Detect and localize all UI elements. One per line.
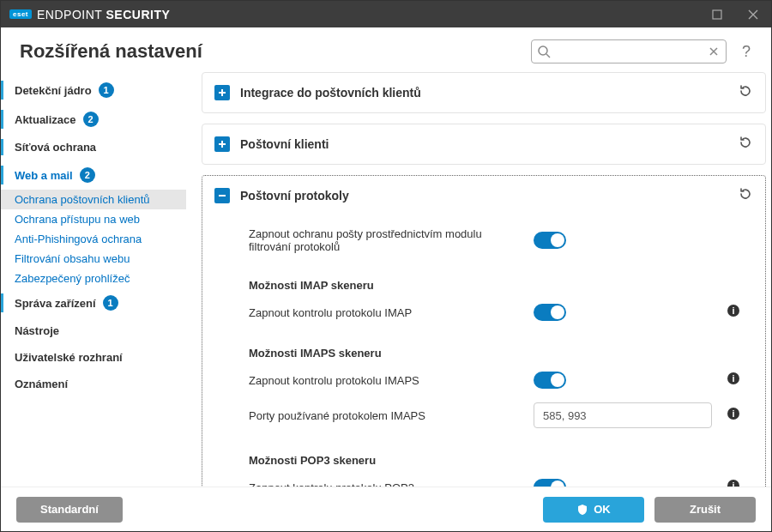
sidebar-item-nastroje[interactable]: Nástroje [1,317,186,344]
reset-icon[interactable] [738,186,753,205]
sidebar-item-detekcni-jadro[interactable]: Detekční jádro1 [1,76,186,105]
sidebar: Detekční jádro1 Aktualizace2 Síťová ochr… [1,72,186,487]
badge: 1 [99,82,114,98]
row-imap-enable: Zapnout kontrolu protokolu IMAP i [249,297,753,328]
sidebar-item-label: Oznámení [15,378,68,390]
close-icon [748,9,758,20]
sidebar-item-label: Aktualizace [15,113,76,126]
logo-badge: eset [9,9,32,19]
sidebar-item-label: Síťová ochrana [15,141,96,154]
collapse-icon [214,188,230,203]
panel-postovni-protokoly: Poštovní protokoly Zapnout ochranu pošty… [202,175,766,487]
toggle-enable-mail-protection[interactable] [534,232,566,249]
imaps-ports-input[interactable] [534,402,712,428]
logo-text-thin: ENDPOINT [37,8,106,21]
sidebar-item-label: Detekční jádro [15,84,92,97]
cancel-button[interactable]: Zrušit [654,497,756,523]
info-icon[interactable]: i [727,304,740,321]
panel-title: Integrace do poštovních klientů [240,86,727,100]
subheading-imap: Možnosti IMAP skeneru [249,260,753,297]
ok-button[interactable]: OK [543,497,644,523]
logo-text-bold: SECURITY [106,8,171,21]
row-label: Zapnout ochranu pošty prostřednictvím mo… [249,227,523,253]
sidebar-item-web-a-mail[interactable]: Web a mail2 [1,160,186,190]
svg-point-1 [539,46,547,55]
toggle-imap[interactable] [534,304,566,321]
content-scroll[interactable]: Integrace do poštovních klientů Poštovní… [186,72,771,487]
shield-icon [576,504,588,516]
logo-text: ENDPOINT SECURITY [37,8,170,21]
row-pop3-enable: Zapnout kontrolu protokolu POP3 i [249,472,753,487]
sidebar-item-label: Zabezpečený prohlížeč [15,272,130,285]
window-maximize-button[interactable] [699,1,735,27]
panel-postovni-klienti: Poštovní klienti [202,124,766,165]
expand-icon [214,136,230,152]
info-icon[interactable]: i [727,372,740,389]
sidebar-item-sitova-ochrana[interactable]: Síťová ochrana [1,134,186,160]
badge: 2 [83,112,99,127]
sidebar-item-label: Anti-Phishingová ochrana [15,233,142,245]
svg-text:i: i [732,481,734,487]
reset-icon[interactable] [738,135,753,154]
page-header: Rozšířená nastavení ? [1,27,771,72]
body: Detekční jádro1 Aktualizace2 Síťová ochr… [1,72,771,487]
page-title: Rozšířená nastavení [20,40,202,63]
panel-body: Zapnout ochranu pošty prostřednictvím mo… [202,215,765,487]
sidebar-item-uzivatelske-rozhrani[interactable]: Uživatelské rozhraní [1,344,186,371]
svg-text:i: i [732,305,734,316]
row-enable-mail-protection: Zapnout ochranu pošty prostřednictvím mo… [249,221,753,260]
app-logo: eset ENDPOINT SECURITY [9,8,170,21]
search-icon [537,45,551,62]
sidebar-item-label: Ochrana poštovních klientů [15,193,150,206]
subheading-imaps: Možnosti IMAPS skeneru [249,328,753,365]
sidebar-item-aktualizace[interactable]: Aktualizace2 [1,105,186,134]
panel-integrace: Integrace do poštovních klientů [202,72,766,113]
default-button[interactable]: Standardní [16,497,123,523]
sidebar-item-label: Filtrování obsahu webu [15,252,130,265]
maximize-icon [712,9,722,20]
sidebar-item-label: Uživatelské rozhraní [15,351,123,364]
help-button[interactable]: ? [737,43,756,61]
row-label: Zapnout kontrolu protokolu IMAP [249,306,523,319]
reset-icon[interactable] [738,83,753,102]
expand-icon [214,85,230,100]
svg-text:i: i [732,408,734,419]
panel-title: Poštovní protokoly [240,189,727,203]
app-window: eset ENDPOINT SECURITY Rozšířená nastave… [0,0,772,532]
panel-header-postovni-klienti[interactable]: Poštovní klienti [202,124,765,164]
toggle-pop3[interactable] [534,479,566,487]
row-imaps-ports: Porty používané protokolem IMAPS i [249,396,753,435]
sidebar-item-label: Ochrana přístupu na web [15,213,140,226]
search-input[interactable] [554,45,703,58]
window-controls [699,1,771,27]
sidebar-item-label: Správa zařízení [15,297,96,310]
search-clear-button[interactable] [707,45,721,62]
footer: Standardní OK Zrušit [1,487,771,531]
sidebar-item-anti-phishing[interactable]: Anti-Phishingová ochrana [1,229,186,249]
ok-button-label: OK [594,503,611,516]
sidebar-item-filtrovani-obsahu[interactable]: Filtrování obsahu webu [1,249,186,269]
main: Integrace do poštovních klientů Poštovní… [186,72,771,487]
row-label: Zapnout kontrolu protokolu IMAPS [249,374,523,387]
sidebar-item-oznameni[interactable]: Oznámení [1,371,186,397]
panel-header-postovni-protokoly[interactable]: Poštovní protokoly [202,176,765,215]
badge: 1 [103,295,118,311]
info-icon[interactable]: i [727,407,740,424]
sidebar-item-sprava-zarizeni[interactable]: Správa zařízení1 [1,288,186,317]
panel-title: Poštovní klienti [240,137,727,151]
svg-text:i: i [732,373,734,384]
subheading-pop3: Možnosti POP3 skeneru [249,435,753,472]
row-label: Porty používané protokolem IMAPS [249,409,523,422]
sidebar-item-ochrana-postovnich-klientu[interactable]: Ochrana poštovních klientů [1,190,186,209]
svg-rect-0 [713,10,721,19]
window-close-button[interactable] [735,1,771,27]
sidebar-item-ochrana-pristupu-na-web[interactable]: Ochrana přístupu na web [1,209,186,229]
toggle-imaps[interactable] [534,372,566,389]
info-icon[interactable]: i [727,479,740,487]
panel-header-integrace[interactable]: Integrace do poštovních klientů [202,73,765,112]
row-imaps-enable: Zapnout kontrolu protokolu IMAPS i [249,365,753,396]
search-box[interactable] [531,39,727,63]
sidebar-item-zabezpeceny-prohlizec[interactable]: Zabezpečený prohlížeč [1,269,186,288]
sidebar-item-label: Web a mail [15,169,73,182]
badge: 2 [80,167,95,183]
